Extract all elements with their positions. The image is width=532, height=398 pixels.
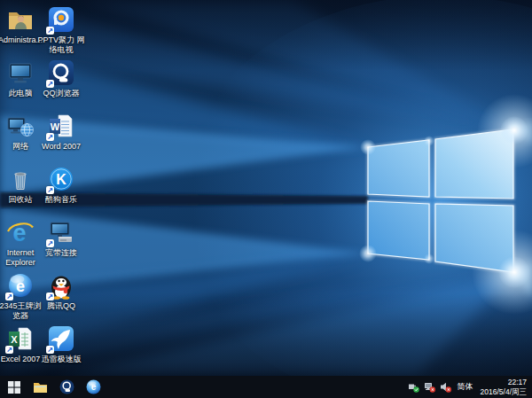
shortcut-arrow-icon: ↗ <box>46 293 54 300</box>
shortcut-arrow-icon: ↗ <box>46 239 54 247</box>
desktop-icon-label: QQ浏览器 <box>43 89 79 98</box>
file-explorer-button[interactable] <box>33 376 48 398</box>
usb-safely-remove-icon[interactable] <box>408 381 419 393</box>
desktop-icon-label: 宽带连接 <box>45 248 77 258</box>
desktop-icon-label: 此电脑 <box>9 89 33 98</box>
input-method-indicator[interactable]: 简体 <box>458 381 473 393</box>
shortcut-arrow-icon: ↗ <box>46 133 54 141</box>
2345-browser-icon: e <box>86 379 101 394</box>
clock-time: 22:17 <box>508 378 527 387</box>
internet-explorer-icon: e <box>6 218 35 246</box>
network-disconnected-icon[interactable] <box>424 381 435 393</box>
desktop-icon-label: 腾讯QQ <box>47 301 75 311</box>
recycle-bin-icon <box>6 165 35 193</box>
this-pc-icon <box>6 59 35 87</box>
2345-browser-taskbar-button[interactable]: e <box>86 376 101 398</box>
shortcut-arrow-icon: ↗ <box>46 346 54 354</box>
folder-icon <box>33 380 48 394</box>
shortcut-arrow-icon: ↗ <box>5 346 13 354</box>
svg-text:e: e <box>91 382 97 392</box>
desktop-icon-label: 回收站 <box>9 195 33 205</box>
desktop-icon-label: 迅雷极速版 <box>42 355 82 364</box>
system-tray: 简体 22:17 2016/5/4/周三 <box>403 378 527 396</box>
qq-browser-taskbar-button[interactable] <box>59 376 74 398</box>
desktop-icon-broadband[interactable]: ↗ 宽带连接 <box>33 218 90 271</box>
windows10-desktop: Administra... 此电脑 <box>0 0 532 398</box>
shortcut-arrow-icon: ↗ <box>5 293 13 300</box>
desktop-icon-tencent-qq[interactable]: ↗ 腾讯QQ <box>33 271 90 324</box>
shortcut-arrow-icon: ↗ <box>46 186 54 194</box>
taskbar-clock[interactable]: 22:17 2016/5/4/周三 <box>481 378 527 396</box>
network-icon <box>6 112 35 140</box>
desktop-icon-label: 网络 <box>12 142 28 152</box>
taskbar: e <box>0 376 532 398</box>
desktop-icon-label: 酷狗音乐 <box>45 195 77 205</box>
volume-muted-icon[interactable] <box>440 381 451 393</box>
svg-text:X: X <box>11 334 18 345</box>
desktop-icon-word-2007[interactable]: W ↗ Word 2007 <box>33 112 90 165</box>
svg-text:K: K <box>56 172 66 187</box>
desktop-icon-pptv[interactable]: ↗ PPTV聚力 网 络电视 <box>33 5 90 59</box>
qq-browser-icon <box>59 379 74 394</box>
desktop-icon-thunder[interactable]: ↗ 迅雷极速版 <box>33 324 90 376</box>
svg-text:e: e <box>16 277 25 295</box>
shortcut-arrow-icon: ↗ <box>46 27 54 35</box>
desktop-icon-qq-browser[interactable]: ↗ QQ浏览器 <box>33 59 90 112</box>
clock-date: 2016/5/4/周三 <box>481 387 527 397</box>
administrator-folder-icon <box>6 5 35 34</box>
start-button[interactable] <box>8 376 20 398</box>
svg-text:W: W <box>51 121 60 132</box>
desktop-icon-label: PPTV聚力 网 络电视 <box>37 35 84 55</box>
desktop-icon-label: Internet Explorer <box>5 248 35 268</box>
desktop-icon-column-2: ↗ PPTV聚力 网 络电视 ↗ QQ浏览器 W ↗ <box>33 5 90 376</box>
desktop-icon-label: Word 2007 <box>42 142 81 152</box>
desktop-surface[interactable]: Administra... 此电脑 <box>0 0 532 376</box>
shortcut-arrow-icon: ↗ <box>46 80 54 88</box>
desktop-icon-kugou-music[interactable]: K ↗ 酷狗音乐 <box>33 165 90 218</box>
windows-logo-icon <box>8 381 20 394</box>
